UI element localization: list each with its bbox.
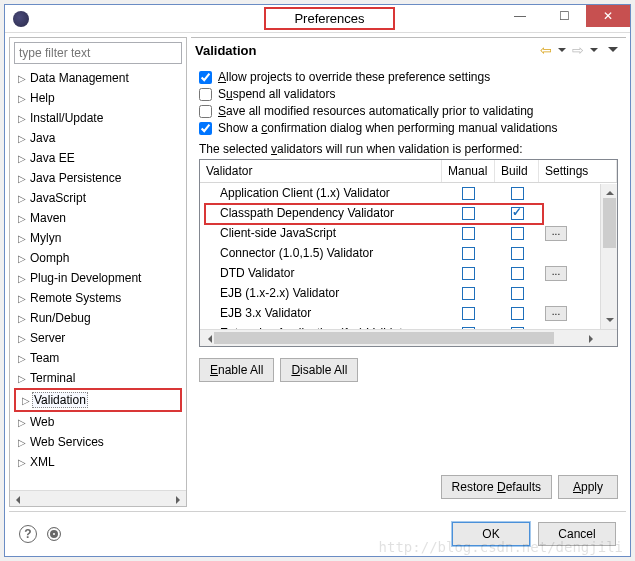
tree-item[interactable]: ▷Java Persistence <box>12 168 184 188</box>
expand-icon[interactable]: ▷ <box>18 273 28 284</box>
validator-row[interactable]: EJB 3.x Validator... <box>200 303 617 323</box>
validator-row[interactable]: EJB (1.x-2.x) Validator <box>200 283 617 303</box>
validator-row[interactable]: Connector (1.0,1.5) Validator <box>200 243 617 263</box>
disable-all-button[interactable]: Disable All <box>280 358 358 382</box>
tree-item-label: Web <box>28 414 56 430</box>
tree-item[interactable]: ▷Mylyn <box>12 228 184 248</box>
close-button[interactable]: ✕ <box>586 5 630 27</box>
tree-item[interactable]: ▷Remote Systems <box>12 288 184 308</box>
col-build[interactable]: Build <box>495 160 539 182</box>
filter-input[interactable] <box>14 42 182 64</box>
table-horizontal-scrollbar[interactable] <box>200 329 617 346</box>
expand-icon[interactable]: ▷ <box>18 457 28 468</box>
tree-item[interactable]: ▷XML <box>12 452 184 472</box>
settings-button[interactable]: ... <box>545 266 567 281</box>
tree-item[interactable]: ▷Web <box>12 412 184 432</box>
build-checkbox[interactable] <box>495 267 539 280</box>
tree-item[interactable]: ▷Server <box>12 328 184 348</box>
validators-table[interactable]: Validator Manual Build Settings Applicat… <box>199 159 618 347</box>
manual-checkbox[interactable] <box>442 187 495 200</box>
tree-item[interactable]: ▷Web Services <box>12 432 184 452</box>
manual-checkbox[interactable] <box>442 207 495 220</box>
confirm-checkbox[interactable] <box>199 122 212 135</box>
expand-icon[interactable]: ▷ <box>18 113 28 124</box>
forward-icon[interactable]: ⇨ <box>572 42 584 58</box>
build-checkbox[interactable] <box>495 187 539 200</box>
validators-label: The selected validators will run when va… <box>199 142 618 156</box>
enable-all-button[interactable]: Enable All <box>199 358 274 382</box>
suspend-checkbox[interactable] <box>199 88 212 101</box>
restore-defaults-button[interactable]: Restore Defaults <box>441 475 552 499</box>
build-checkbox[interactable] <box>495 207 539 220</box>
validator-row[interactable]: Classpath Dependency Validator <box>200 203 617 223</box>
tree-item[interactable]: ▷Maven <box>12 208 184 228</box>
expand-icon[interactable]: ▷ <box>18 333 28 344</box>
expand-icon[interactable]: ▷ <box>22 395 32 406</box>
tree-item[interactable]: ▷Run/Debug <box>12 308 184 328</box>
vertical-scrollbar[interactable] <box>600 184 617 329</box>
expand-icon[interactable]: ▷ <box>18 93 28 104</box>
apply-button[interactable]: Apply <box>558 475 618 499</box>
tree-item[interactable]: ▷Help <box>12 88 184 108</box>
back-menu-icon[interactable] <box>558 48 566 56</box>
expand-icon[interactable]: ▷ <box>18 293 28 304</box>
preferences-window: Preferences — ☐ ✕ ▷Data Management▷Help▷… <box>4 4 631 557</box>
minimize-button[interactable]: — <box>498 5 542 27</box>
tree-item-label: Server <box>28 330 67 346</box>
expand-icon[interactable]: ▷ <box>18 417 28 428</box>
expand-icon[interactable]: ▷ <box>18 213 28 224</box>
manual-checkbox[interactable] <box>442 307 495 320</box>
validator-row[interactable]: Client-side JavaScript... <box>200 223 617 243</box>
build-checkbox[interactable] <box>495 247 539 260</box>
confirm-label: Show a confirmation dialog when performi… <box>218 121 558 135</box>
category-tree[interactable]: ▷Data Management▷Help▷Install/Update▷Jav… <box>10 68 186 490</box>
col-manual[interactable]: Manual <box>442 160 495 182</box>
tree-item[interactable]: ▷Oomph <box>12 248 184 268</box>
expand-icon[interactable]: ▷ <box>18 133 28 144</box>
allow-override-checkbox[interactable] <box>199 71 212 84</box>
build-checkbox[interactable] <box>495 307 539 320</box>
tree-item[interactable]: ▷JavaScript <box>12 188 184 208</box>
expand-icon[interactable]: ▷ <box>18 253 28 264</box>
expand-icon[interactable]: ▷ <box>18 193 28 204</box>
tree-item[interactable]: ▷Plug-in Development <box>12 268 184 288</box>
tree-item[interactable]: ▷Data Management <box>12 68 184 88</box>
tree-item[interactable]: ▷Validation <box>14 388 182 412</box>
ok-button[interactable]: OK <box>452 522 530 546</box>
tree-item[interactable]: ▷Java EE <box>12 148 184 168</box>
expand-icon[interactable]: ▷ <box>18 373 28 384</box>
build-checkbox[interactable] <box>495 227 539 240</box>
expand-icon[interactable]: ▷ <box>18 173 28 184</box>
settings-button[interactable]: ... <box>545 306 567 321</box>
save-all-checkbox[interactable] <box>199 105 212 118</box>
expand-icon[interactable]: ▷ <box>18 233 28 244</box>
expand-icon[interactable]: ▷ <box>18 313 28 324</box>
tree-item[interactable]: ▷Terminal <box>12 368 184 388</box>
validator-row[interactable]: Application Client (1.x) Validator <box>200 183 617 203</box>
manual-checkbox[interactable] <box>442 267 495 280</box>
settings-button[interactable]: ... <box>545 226 567 241</box>
manual-checkbox[interactable] <box>442 247 495 260</box>
col-validator[interactable]: Validator <box>200 160 442 182</box>
horizontal-scrollbar[interactable] <box>10 490 186 506</box>
expand-icon[interactable]: ▷ <box>18 437 28 448</box>
tree-item[interactable]: ▷Java <box>12 128 184 148</box>
tree-item[interactable]: ▷Install/Update <box>12 108 184 128</box>
oomph-icon[interactable] <box>47 527 61 541</box>
manual-checkbox[interactable] <box>442 227 495 240</box>
maximize-button[interactable]: ☐ <box>542 5 586 27</box>
help-icon[interactable]: ? <box>19 525 37 543</box>
cancel-button[interactable]: Cancel <box>538 522 616 546</box>
build-checkbox[interactable] <box>495 287 539 300</box>
back-icon[interactable]: ⇦ <box>540 42 552 58</box>
category-pane: ▷Data Management▷Help▷Install/Update▷Jav… <box>9 37 187 507</box>
forward-menu-icon[interactable] <box>590 48 598 56</box>
view-menu-icon[interactable] <box>608 47 618 57</box>
tree-item[interactable]: ▷Team <box>12 348 184 368</box>
manual-checkbox[interactable] <box>442 287 495 300</box>
expand-icon[interactable]: ▷ <box>18 153 28 164</box>
col-settings[interactable]: Settings <box>539 160 617 182</box>
validator-row[interactable]: DTD Validator... <box>200 263 617 283</box>
expand-icon[interactable]: ▷ <box>18 73 28 84</box>
expand-icon[interactable]: ▷ <box>18 353 28 364</box>
